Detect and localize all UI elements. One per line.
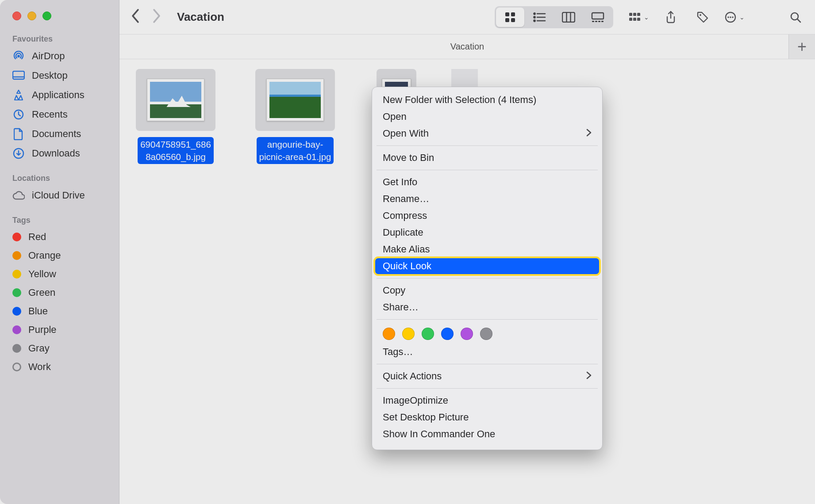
menu-item-quick-look[interactable]: Quick Look xyxy=(375,258,600,275)
new-tab-button[interactable]: + xyxy=(788,34,815,59)
sidebar-tag-green[interactable]: Green xyxy=(0,283,119,302)
sidebar: Favourites AirDropDesktopApplicationsRec… xyxy=(0,0,119,504)
sidebar-tag-orange[interactable]: Orange xyxy=(0,246,119,265)
search-button[interactable] xyxy=(784,8,807,27)
sidebar-tag-purple[interactable]: Purple xyxy=(0,321,119,339)
svg-point-33 xyxy=(732,16,734,18)
menu-item-tags[interactable]: Tags… xyxy=(372,344,602,360)
column-view-button[interactable] xyxy=(554,8,583,27)
recents-icon xyxy=(12,108,25,121)
sidebar-item-downloads[interactable]: Downloads xyxy=(0,144,119,163)
tags-button[interactable] xyxy=(691,8,714,27)
svg-line-35 xyxy=(797,19,800,22)
file-name-label: 6904758951_686 8a06560_b.jpg xyxy=(138,137,214,164)
menu-item-copy[interactable]: Copy xyxy=(372,282,602,299)
sidebar-item-label: AirDrop xyxy=(32,50,65,62)
menu-tag-color[interactable] xyxy=(480,328,492,340)
menu-item-quick-actions[interactable]: Quick Actions xyxy=(372,368,602,385)
apps-icon xyxy=(12,89,25,101)
icon-view-button[interactable] xyxy=(496,8,524,27)
menu-tag-color[interactable] xyxy=(422,328,434,340)
sidebar-tag-yellow[interactable]: Yellow xyxy=(0,265,119,283)
path-bar: Vacation + xyxy=(119,34,815,59)
tag-dot-icon xyxy=(12,325,21,334)
list-view-button[interactable] xyxy=(525,8,554,27)
menu-item-label: Open xyxy=(383,111,407,122)
zoom-window-button[interactable] xyxy=(42,11,51,20)
tag-dot-icon xyxy=(12,307,21,316)
file-name-label: angourie-bay- picnic-area-01.jpg xyxy=(257,137,334,164)
traffic-lights xyxy=(0,4,119,31)
sidebar-item-documents[interactable]: Documents xyxy=(0,124,119,144)
tag-label: Orange xyxy=(28,250,61,261)
sidebar-tag-gray[interactable]: Gray xyxy=(0,339,119,358)
action-menu-button[interactable]: ⌄ xyxy=(723,8,746,27)
menu-item-show-in-commander-one[interactable]: Show In Commander One xyxy=(372,426,602,443)
tag-dot-icon xyxy=(12,363,21,371)
path-label: Vacation xyxy=(450,42,484,52)
svg-point-9 xyxy=(534,13,535,14)
svg-rect-8 xyxy=(511,18,515,22)
svg-point-13 xyxy=(534,20,535,21)
menu-item-move-to-bin[interactable]: Move to Bin xyxy=(372,149,602,166)
sidebar-item-desktop[interactable]: Desktop xyxy=(0,66,119,85)
tag-label: Gray xyxy=(28,343,50,354)
sidebar-item-recents[interactable]: Recents xyxy=(0,105,119,124)
cloud-icon xyxy=(12,189,25,202)
menu-item-open-with[interactable]: Open With xyxy=(372,125,602,142)
menu-item-rename[interactable]: Rename… xyxy=(372,191,602,207)
tag-dot-icon xyxy=(12,344,21,353)
menu-item-duplicate[interactable]: Duplicate xyxy=(372,224,602,241)
forward-button[interactable] xyxy=(152,8,161,26)
menu-tag-color[interactable] xyxy=(402,328,415,340)
sidebar-item-label: Downloads xyxy=(32,148,80,159)
group-menu-button[interactable]: ⌄ xyxy=(627,8,650,27)
menu-item-imageoptimize[interactable]: ImageOptimize xyxy=(372,392,602,409)
share-button[interactable] xyxy=(659,8,682,27)
down-icon xyxy=(12,147,25,160)
menu-item-new-folder-with-selection-4-items[interactable]: New Folder with Selection (4 Items) xyxy=(372,92,602,108)
svg-point-11 xyxy=(534,16,535,18)
svg-rect-1 xyxy=(13,71,24,79)
minimize-window-button[interactable] xyxy=(27,11,36,20)
menu-tag-color[interactable] xyxy=(383,328,395,340)
close-window-button[interactable] xyxy=(12,11,21,20)
gallery-view-button[interactable] xyxy=(584,8,612,27)
menu-item-make-alias[interactable]: Make Alias xyxy=(372,241,602,258)
sidebar-tag-blue[interactable]: Blue xyxy=(0,302,119,321)
tag-label: Red xyxy=(28,231,46,243)
back-button[interactable] xyxy=(131,8,140,26)
menu-item-get-info[interactable]: Get Info xyxy=(372,174,602,191)
svg-rect-27 xyxy=(633,18,636,21)
menu-item-compress[interactable]: Compress xyxy=(372,207,602,224)
tag-dot-icon xyxy=(12,270,21,279)
sidebar-tag-work[interactable]: Work xyxy=(0,358,119,376)
svg-rect-26 xyxy=(629,18,632,21)
sidebar-item-airdrop[interactable]: AirDrop xyxy=(0,46,119,66)
nav-arrows xyxy=(131,8,161,26)
menu-separator xyxy=(377,278,598,279)
doc-icon xyxy=(12,128,25,140)
sidebar-tag-red[interactable]: Red xyxy=(0,228,119,246)
menu-item-share[interactable]: Share… xyxy=(372,299,602,316)
file-item[interactable]: angourie-bay- picnic-area-01.jpg xyxy=(249,69,342,164)
view-switcher xyxy=(495,6,613,28)
menu-item-label: Move to Bin xyxy=(383,152,434,164)
sidebar-item-applications[interactable]: Applications xyxy=(0,85,119,105)
sidebar-item-icloud-drive[interactable]: iCloud Drive xyxy=(0,186,119,205)
menu-item-label: Quick Actions xyxy=(383,370,442,382)
menu-tag-color[interactable] xyxy=(461,328,473,340)
menu-tag-color[interactable] xyxy=(441,328,454,340)
svg-point-31 xyxy=(727,16,729,18)
file-item[interactable]: 6904758951_686 8a06560_b.jpg xyxy=(129,69,222,164)
menu-item-label: Set Desktop Picture xyxy=(383,412,469,423)
menu-item-label: Show In Commander One xyxy=(383,428,495,440)
context-menu: New Folder with Selection (4 Items)OpenO… xyxy=(372,87,603,450)
menu-item-set-desktop-picture[interactable]: Set Desktop Picture xyxy=(372,409,602,426)
menu-separator xyxy=(377,388,598,389)
svg-rect-5 xyxy=(505,12,509,16)
menu-item-open[interactable]: Open xyxy=(372,108,602,125)
menu-item-label: Share… xyxy=(383,302,419,313)
tag-label: Blue xyxy=(28,305,48,317)
menu-item-label: New Folder with Selection (4 Items) xyxy=(383,94,536,106)
